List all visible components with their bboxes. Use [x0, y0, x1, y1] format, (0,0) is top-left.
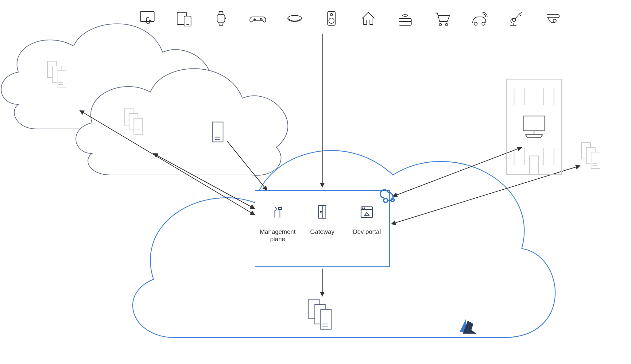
- cloud-back-servers-icon: [46, 60, 74, 92]
- svg-point-23: [445, 23, 448, 26]
- other-cloud-back: [1, 24, 211, 129]
- api-management-icon: [377, 186, 397, 207]
- diagram-canvas: Management plane Gateway Dev portal: [0, 0, 631, 364]
- svg-point-18: [330, 14, 333, 16]
- svg-point-19: [329, 18, 334, 24]
- card-reader-icon: [396, 9, 414, 29]
- api-management-box: Management plane Gateway Dev portal: [255, 190, 390, 267]
- dev-portal: Dev portal: [348, 203, 385, 235]
- svg-rect-69: [523, 116, 545, 131]
- security-camera-icon: [543, 9, 562, 29]
- mobile-devices-icon: [175, 9, 193, 29]
- client-devices-row: [138, 9, 562, 29]
- svg-point-34: [364, 208, 365, 208]
- touch-kiosk-icon: [138, 9, 157, 29]
- svg-rect-20: [399, 18, 411, 25]
- svg-rect-68: [529, 156, 539, 174]
- management-plane-label: Management plane: [259, 228, 296, 243]
- svg-line-2: [153, 153, 255, 209]
- svg-point-30: [320, 211, 322, 212]
- smart-speaker-icon: [322, 9, 341, 29]
- other-cloud-front: [76, 69, 288, 175]
- svg-point-35: [384, 198, 388, 202]
- svg-line-5: [393, 147, 522, 196]
- svg-point-33: [362, 208, 363, 208]
- svg-rect-7: [141, 12, 154, 22]
- smart-home-icon: [359, 9, 377, 29]
- azure-logo-icon: [457, 318, 479, 338]
- svg-line-4: [227, 141, 267, 190]
- shopping-cart-icon: [433, 9, 451, 29]
- gateway: Gateway: [304, 203, 341, 235]
- external-servers-icon: [580, 141, 608, 173]
- management-plane: Management plane: [259, 203, 296, 243]
- dev-portal-label: Dev portal: [348, 228, 385, 235]
- svg-point-27: [553, 19, 556, 22]
- gateway-label: Gateway: [304, 228, 341, 235]
- svg-point-15: [260, 18, 261, 19]
- svg-line-3: [80, 110, 255, 215]
- robot-arm-icon: [506, 9, 525, 29]
- svg-point-24: [474, 22, 477, 25]
- connected-car-icon: [470, 9, 488, 29]
- smartwatch-icon: [212, 9, 230, 29]
- on-premises-building-icon: [503, 76, 565, 179]
- vr-headset-icon: [285, 9, 304, 29]
- svg-point-22: [439, 23, 442, 26]
- game-controller-icon: [249, 9, 267, 29]
- svg-point-25: [482, 22, 485, 25]
- svg-rect-51: [213, 122, 223, 142]
- svg-rect-11: [217, 15, 225, 22]
- cloud-single-server-icon: [212, 121, 224, 144]
- cloud-front-servers-icon: [123, 107, 150, 140]
- svg-point-16: [262, 20, 263, 21]
- azure-backend-servers-icon: [307, 298, 338, 333]
